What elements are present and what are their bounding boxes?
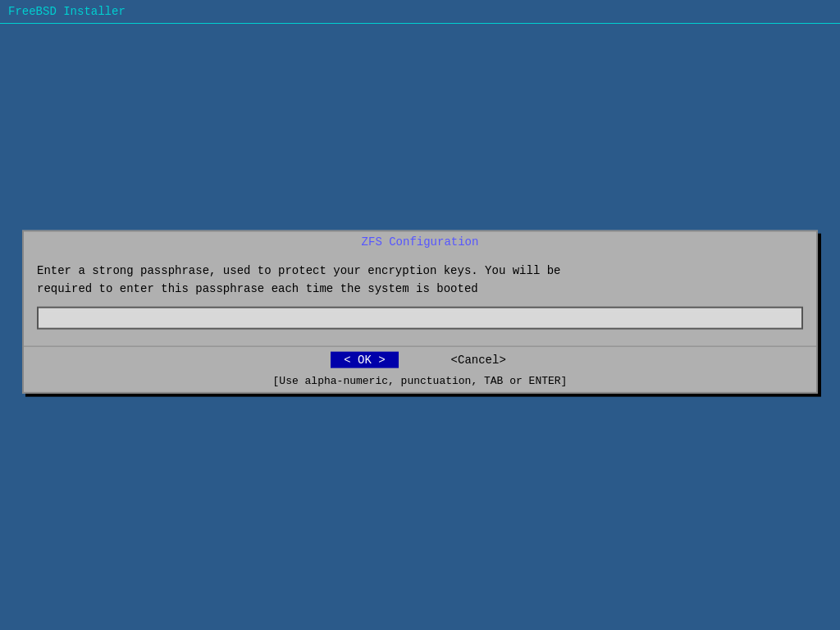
title-bar: FreeBSD Installer	[0, 0, 840, 24]
dialog-title: ZFS Configuration	[24, 232, 816, 253]
dialog-footer: [Use alpha-numeric, punctuation, TAB or …	[24, 374, 816, 391]
dialog-box: ZFS Configuration Enter a strong passphr…	[22, 231, 818, 394]
ok-button[interactable]: OK	[331, 351, 398, 368]
dialog-body: Enter a strong passphrase, used to prote…	[24, 253, 816, 346]
dialog-message: Enter a strong passphrase, used to prote…	[37, 262, 803, 299]
dialog-buttons: OK <Cancel>	[24, 345, 816, 374]
app-title: FreeBSD Installer	[8, 5, 126, 18]
cancel-button[interactable]: <Cancel>	[448, 351, 509, 368]
message-line2: required to enter this passphrase each t…	[37, 282, 478, 295]
passphrase-input-container	[37, 306, 803, 329]
passphrase-input[interactable]	[43, 311, 797, 324]
message-line1: Enter a strong passphrase, used to prote…	[37, 264, 561, 277]
